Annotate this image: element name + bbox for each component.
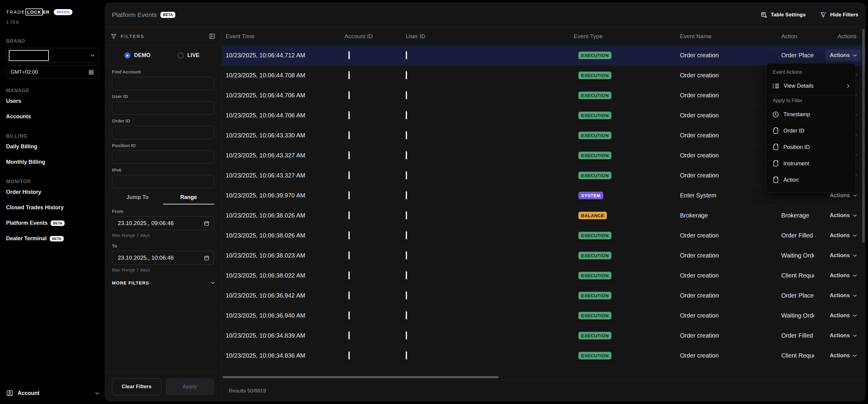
account-id-cell [339, 272, 404, 279]
user-id-redacted [406, 71, 407, 79]
user-id-redacted [406, 351, 407, 360]
timezone-label: GMT+02:00 [11, 69, 38, 75]
brand-redacted-value [9, 50, 49, 61]
action-cell: Waiting Order [780, 252, 814, 259]
tab-jump-to[interactable]: Jump To [112, 191, 163, 205]
user-id-cell [404, 232, 574, 239]
account-menu[interactable]: Account [6, 390, 99, 397]
radio-demo[interactable]: DEMO [112, 52, 163, 59]
event-type-badge: EXECUTION [578, 92, 612, 99]
event-type-cell: EXECUTION [574, 112, 675, 119]
filter-input-find-account[interactable] [112, 77, 214, 90]
vertical-scrollbar[interactable] [862, 29, 865, 243]
table-row[interactable]: 10/23/2025, 10:06:34.839 AMEXECUTIONOrde… [222, 326, 866, 346]
hide-filters-button[interactable]: Hide Filters [820, 11, 858, 18]
account-id-cell [339, 232, 404, 239]
event-time-cell: 10/23/2025, 10:06:44.706 AM [222, 92, 339, 99]
menu-item-action[interactable]: Action [766, 172, 856, 188]
sidebar-item-daily-billing[interactable]: Daily Billing [0, 139, 105, 154]
table-row[interactable]: 10/23/2025, 10:06:38.026 AMBALANCEBroker… [222, 206, 866, 226]
row-actions-button[interactable]: Actions [825, 210, 861, 221]
account-id-cell [339, 132, 404, 139]
table-row[interactable]: 10/23/2025, 10:06:44.712 AMEXECUTIONOrde… [222, 45, 866, 65]
brand-select[interactable] [6, 48, 99, 63]
sidebar-item-monthly-billing[interactable]: Monthly Billing [0, 154, 105, 170]
to-label: To [112, 243, 214, 248]
sidebar-item-users[interactable]: Users [0, 93, 105, 109]
event-name-cell: Order creation [675, 312, 780, 319]
account-id-cell [339, 292, 404, 299]
row-actions-label: Actions [830, 292, 850, 299]
sidebar-item-order-history[interactable]: Order History [0, 184, 105, 200]
sidebar-item-closed-trades-history[interactable]: Closed Trades History [0, 200, 105, 215]
row-actions-button[interactable]: Actions [825, 250, 861, 261]
collapse-panel-button[interactable] [209, 33, 215, 39]
table-row[interactable]: 10/23/2025, 10:06:38.022 AMEXECUTIONOrde… [222, 266, 866, 286]
radio-live[interactable]: LIVE [163, 52, 214, 59]
sidebar-item-label: Daily Billing [6, 144, 37, 150]
sidebar-nav: MANAGEUsersAccountsBILLINGDaily BillingM… [0, 88, 105, 246]
event-type-badge: EXECUTION [578, 292, 612, 299]
clear-filters-button[interactable]: Clear Filters [112, 378, 161, 395]
event-name-cell: Order creation [675, 92, 780, 99]
user-id-redacted [406, 332, 407, 339]
row-actions-label: Actions [830, 352, 850, 359]
row-actions-button[interactable]: Actions [825, 50, 861, 61]
sidebar-item-platform-events[interactable]: Platform EventsBETA [0, 215, 105, 231]
account-id-cell [339, 52, 404, 59]
tab-range[interactable]: Range [163, 191, 214, 205]
column-header-user-id: User ID [404, 33, 574, 40]
calendar-icon[interactable] [204, 220, 210, 226]
row-actions-button[interactable]: Actions [825, 310, 861, 321]
event-type-badge: EXECUTION [578, 71, 612, 79]
from-date-input[interactable]: 23.10.2025., 09:06:46 [112, 216, 214, 230]
row-actions-button[interactable]: Actions [825, 290, 861, 302]
sidebar-item-dealer-terminal[interactable]: Dealer TerminalBETA [0, 231, 105, 246]
filter-input-order-id[interactable] [112, 126, 214, 139]
table-row[interactable]: 10/23/2025, 10:06:34.836 AMEXECUTIONOrde… [222, 346, 866, 366]
event-type-badge: EXECUTION [578, 232, 612, 239]
sidebar-item-accounts[interactable]: Accounts [0, 109, 105, 124]
apply-button[interactable]: Apply [165, 378, 214, 395]
from-hint: Max Range 7 days [112, 232, 214, 238]
radio-demo-circle[interactable] [124, 53, 130, 59]
table-row[interactable]: 10/23/2025, 10:06:38.023 AMEXECUTIONOrde… [222, 246, 866, 266]
from-date-value: 23.10.2025., 09:06:46 [118, 220, 174, 226]
user-id-cell [404, 192, 574, 199]
sidebar-section-label-monitor: MONITOR [6, 179, 105, 184]
row-actions-button[interactable]: Actions [825, 350, 861, 362]
user-id-redacted [406, 151, 407, 159]
menu-section-apply-to-filter: Apply to Filter [766, 95, 856, 106]
calendar-icon[interactable] [204, 255, 210, 261]
table-row[interactable]: 10/23/2025, 10:06:38.026 AMEXECUTIONOrde… [222, 226, 866, 246]
timezone-button[interactable]: GMT+02:00 [6, 65, 99, 79]
row-actions-button[interactable]: Actions [825, 270, 861, 281]
event-type-cell: EXECUTION [574, 332, 675, 339]
menu-item-instrument[interactable]: Instrument [766, 155, 856, 172]
filter-input-ipv6[interactable] [112, 175, 214, 188]
more-filters-toggle[interactable]: MORE FILTERS [112, 280, 214, 285]
to-date-input[interactable]: 23.10.2025., 10:06:46 [112, 251, 214, 265]
chevron-down-icon [853, 53, 857, 57]
row-actions-label: Actions [830, 312, 850, 319]
office-badge: OFFICE [54, 9, 73, 15]
row-actions-button[interactable]: Actions [825, 330, 861, 342]
menu-item-timestamp[interactable]: Timestamp [766, 106, 856, 123]
user-id-cell [404, 212, 574, 219]
filter-input-user-id[interactable] [112, 101, 214, 115]
filter-input-position-id[interactable] [112, 150, 214, 164]
event-type-badge: EXECUTION [578, 172, 612, 179]
account-id-redacted [348, 311, 350, 319]
table-row[interactable]: 10/23/2025, 10:06:36.942 AMEXECUTIONOrde… [222, 286, 866, 306]
table-settings-button[interactable]: Table Settings [761, 11, 806, 18]
filter-funnel-icon [820, 11, 827, 18]
horizontal-scrollbar[interactable] [223, 376, 499, 378]
table-row[interactable]: 10/23/2025, 10:06:36.940 AMEXECUTIONOrde… [222, 306, 866, 326]
event-time-cell: 10/23/2025, 10:06:44.706 AM [222, 112, 339, 119]
menu-item-position-id[interactable]: Position ID [766, 139, 856, 155]
row-actions-button[interactable]: Actions [825, 229, 861, 242]
event-type-cell: EXECUTION [574, 172, 675, 179]
menu-item-order-id[interactable]: Order ID [766, 123, 856, 139]
radio-live-circle[interactable] [178, 53, 184, 59]
menu-item-view-details[interactable]: View Details [766, 78, 856, 94]
